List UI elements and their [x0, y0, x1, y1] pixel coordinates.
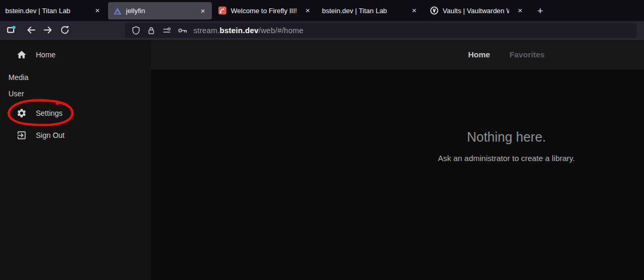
tab-close-icon[interactable]: × [93, 6, 102, 15]
tab-title: bstein.dev | Titan Lab [322, 7, 403, 15]
key-icon[interactable] [178, 26, 188, 35]
forward-button[interactable] [40, 23, 56, 37]
tab-title: Vaults | Vaultwarden Web [443, 7, 509, 15]
empty-state-subtitle: Ask an administrator to create a library… [296, 154, 644, 163]
back-button[interactable] [23, 23, 39, 37]
tab-close-icon[interactable]: × [198, 6, 208, 16]
permissions-sliders-icon[interactable] [162, 26, 172, 35]
header-tab-home[interactable]: Home [466, 39, 492, 69]
jellyfin-favicon-icon [113, 7, 122, 15]
firefox-view-icon [6, 25, 16, 35]
url-path: /web/#/home [258, 26, 303, 35]
tab-close-icon[interactable]: × [409, 6, 419, 15]
back-arrow-icon [26, 25, 36, 35]
tab-title: jellyfin [126, 7, 192, 15]
tab-titan-lab-2[interactable]: bstein.dev | Titan Lab × [317, 0, 423, 21]
url-domain: bstein.dev [220, 26, 259, 35]
sidebar-section-user: User [8, 89, 24, 98]
home-icon [16, 49, 27, 60]
sidebar-item-label: Sign Out [36, 131, 64, 139]
jellyfin-header: Home Favorites [151, 39, 644, 69]
tab-vaultwarden[interactable]: Vaults | Vaultwarden Web × [425, 0, 529, 21]
sidebar-section-media: Media [8, 73, 28, 82]
tab-titan-lab-1[interactable]: bstein.dev | Titan Lab × [0, 0, 106, 21]
empty-state-title: Nothing here. [296, 129, 644, 145]
sidebar-item-sign-out[interactable]: Sign Out [0, 127, 151, 144]
url-bar[interactable]: stream.bstein.dev/web/#/home [125, 23, 637, 38]
sidebar-item-home[interactable]: Home [0, 46, 151, 63]
tab-close-icon[interactable]: × [303, 6, 313, 15]
forward-arrow-icon [43, 25, 53, 35]
tab-title: Welcome to Firefly III! » Fir [231, 7, 297, 15]
firefly-favicon-icon [218, 6, 227, 15]
browser-tab-bar: bstein.dev | Titan Lab × jellyfin × Welc… [0, 0, 644, 21]
tab-title: bstein.dev | Titan Lab [5, 7, 86, 15]
tab-firefly[interactable]: Welcome to Firefly III! » Fir × [213, 0, 317, 21]
reload-button[interactable] [57, 23, 73, 37]
header-tab-favorites[interactable]: Favorites [509, 39, 545, 69]
firefox-view-button[interactable] [3, 23, 19, 37]
jellyfin-main-content: Nothing here. Ask an administrator to cr… [151, 69, 644, 280]
lock-icon[interactable] [147, 26, 156, 35]
vaultwarden-favicon-icon [430, 6, 438, 15]
sidebar-item-label: Home [36, 51, 55, 59]
reload-icon [60, 25, 70, 35]
jellyfin-sidebar-drawer: Home Media User Settings Sign Out [0, 39, 151, 280]
tab-close-icon[interactable]: × [515, 6, 525, 15]
url-subdomain: stream. [193, 26, 220, 35]
url-text[interactable]: stream.bstein.dev/web/#/home [193, 26, 304, 35]
sidebar-item-label: Settings [36, 109, 63, 117]
tab-jellyfin[interactable]: jellyfin × [108, 2, 212, 19]
sign-out-icon [16, 130, 27, 141]
new-tab-button[interactable]: + [533, 4, 547, 18]
gear-icon [16, 108, 27, 118]
tracking-protection-shield-icon[interactable] [131, 26, 141, 35]
sidebar-item-settings[interactable]: Settings [0, 105, 151, 122]
